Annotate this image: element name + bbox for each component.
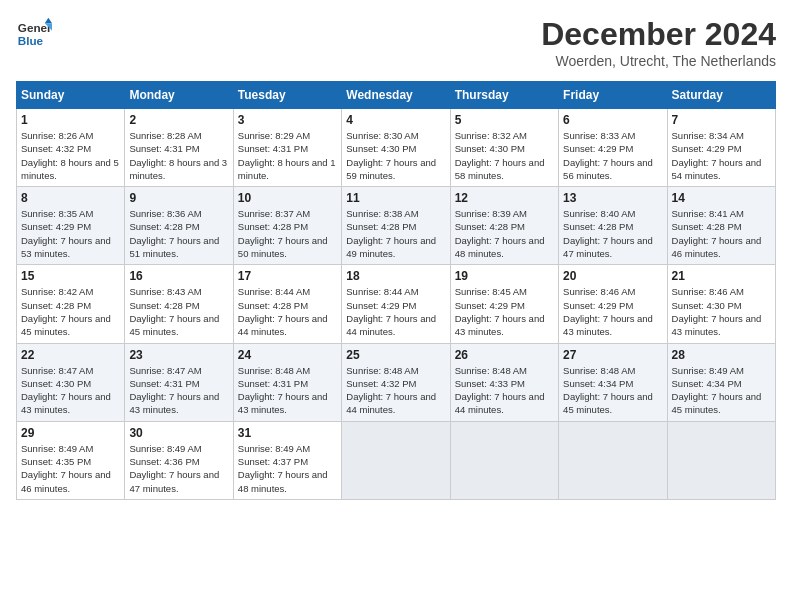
day-number: 26	[455, 348, 554, 362]
day-number: 4	[346, 113, 445, 127]
day-number: 31	[238, 426, 337, 440]
day-number: 9	[129, 191, 228, 205]
day-number: 30	[129, 426, 228, 440]
calendar-week-row: 8Sunrise: 8:35 AMSunset: 4:29 PMDaylight…	[17, 187, 776, 265]
col-header-monday: Monday	[125, 82, 233, 109]
calendar-cell: 4Sunrise: 8:30 AMSunset: 4:30 PMDaylight…	[342, 109, 450, 187]
day-info: Sunrise: 8:28 AMSunset: 4:31 PMDaylight:…	[129, 129, 228, 182]
day-info: Sunrise: 8:39 AMSunset: 4:28 PMDaylight:…	[455, 207, 554, 260]
day-info: Sunrise: 8:45 AMSunset: 4:29 PMDaylight:…	[455, 285, 554, 338]
location: Woerden, Utrecht, The Netherlands	[541, 53, 776, 69]
day-info: Sunrise: 8:33 AMSunset: 4:29 PMDaylight:…	[563, 129, 662, 182]
calendar-cell: 21Sunrise: 8:46 AMSunset: 4:30 PMDayligh…	[667, 265, 775, 343]
day-number: 6	[563, 113, 662, 127]
calendar-header-row: SundayMondayTuesdayWednesdayThursdayFrid…	[17, 82, 776, 109]
calendar-cell	[559, 421, 667, 499]
col-header-sunday: Sunday	[17, 82, 125, 109]
calendar-cell	[342, 421, 450, 499]
day-number: 22	[21, 348, 120, 362]
day-info: Sunrise: 8:47 AMSunset: 4:30 PMDaylight:…	[21, 364, 120, 417]
day-number: 28	[672, 348, 771, 362]
title-block: December 2024 Woerden, Utrecht, The Neth…	[541, 16, 776, 69]
month-title: December 2024	[541, 16, 776, 53]
calendar-cell: 19Sunrise: 8:45 AMSunset: 4:29 PMDayligh…	[450, 265, 558, 343]
calendar-week-row: 1Sunrise: 8:26 AMSunset: 4:32 PMDaylight…	[17, 109, 776, 187]
day-info: Sunrise: 8:48 AMSunset: 4:34 PMDaylight:…	[563, 364, 662, 417]
day-number: 12	[455, 191, 554, 205]
day-info: Sunrise: 8:37 AMSunset: 4:28 PMDaylight:…	[238, 207, 337, 260]
calendar-cell: 30Sunrise: 8:49 AMSunset: 4:36 PMDayligh…	[125, 421, 233, 499]
calendar-cell: 20Sunrise: 8:46 AMSunset: 4:29 PMDayligh…	[559, 265, 667, 343]
calendar-cell: 9Sunrise: 8:36 AMSunset: 4:28 PMDaylight…	[125, 187, 233, 265]
calendar-cell	[450, 421, 558, 499]
day-number: 17	[238, 269, 337, 283]
calendar-cell: 31Sunrise: 8:49 AMSunset: 4:37 PMDayligh…	[233, 421, 341, 499]
calendar-cell	[667, 421, 775, 499]
day-info: Sunrise: 8:48 AMSunset: 4:33 PMDaylight:…	[455, 364, 554, 417]
day-number: 16	[129, 269, 228, 283]
day-info: Sunrise: 8:48 AMSunset: 4:31 PMDaylight:…	[238, 364, 337, 417]
calendar-cell: 26Sunrise: 8:48 AMSunset: 4:33 PMDayligh…	[450, 343, 558, 421]
calendar-cell: 27Sunrise: 8:48 AMSunset: 4:34 PMDayligh…	[559, 343, 667, 421]
day-number: 27	[563, 348, 662, 362]
col-header-thursday: Thursday	[450, 82, 558, 109]
day-number: 8	[21, 191, 120, 205]
day-number: 3	[238, 113, 337, 127]
calendar-week-row: 29Sunrise: 8:49 AMSunset: 4:35 PMDayligh…	[17, 421, 776, 499]
day-number: 14	[672, 191, 771, 205]
calendar-cell: 15Sunrise: 8:42 AMSunset: 4:28 PMDayligh…	[17, 265, 125, 343]
col-header-tuesday: Tuesday	[233, 82, 341, 109]
calendar-week-row: 22Sunrise: 8:47 AMSunset: 4:30 PMDayligh…	[17, 343, 776, 421]
calendar-cell: 12Sunrise: 8:39 AMSunset: 4:28 PMDayligh…	[450, 187, 558, 265]
calendar-cell: 18Sunrise: 8:44 AMSunset: 4:29 PMDayligh…	[342, 265, 450, 343]
day-info: Sunrise: 8:49 AMSunset: 4:34 PMDaylight:…	[672, 364, 771, 417]
calendar-cell: 17Sunrise: 8:44 AMSunset: 4:28 PMDayligh…	[233, 265, 341, 343]
calendar-cell: 6Sunrise: 8:33 AMSunset: 4:29 PMDaylight…	[559, 109, 667, 187]
calendar-week-row: 15Sunrise: 8:42 AMSunset: 4:28 PMDayligh…	[17, 265, 776, 343]
day-info: Sunrise: 8:29 AMSunset: 4:31 PMDaylight:…	[238, 129, 337, 182]
day-number: 5	[455, 113, 554, 127]
calendar-cell: 2Sunrise: 8:28 AMSunset: 4:31 PMDaylight…	[125, 109, 233, 187]
day-info: Sunrise: 8:44 AMSunset: 4:29 PMDaylight:…	[346, 285, 445, 338]
day-number: 19	[455, 269, 554, 283]
calendar-cell: 22Sunrise: 8:47 AMSunset: 4:30 PMDayligh…	[17, 343, 125, 421]
day-info: Sunrise: 8:35 AMSunset: 4:29 PMDaylight:…	[21, 207, 120, 260]
day-number: 7	[672, 113, 771, 127]
calendar-cell: 1Sunrise: 8:26 AMSunset: 4:32 PMDaylight…	[17, 109, 125, 187]
day-number: 10	[238, 191, 337, 205]
calendar-cell: 7Sunrise: 8:34 AMSunset: 4:29 PMDaylight…	[667, 109, 775, 187]
logo-icon: General Blue	[16, 16, 52, 52]
calendar-cell: 8Sunrise: 8:35 AMSunset: 4:29 PMDaylight…	[17, 187, 125, 265]
day-info: Sunrise: 8:30 AMSunset: 4:30 PMDaylight:…	[346, 129, 445, 182]
calendar-cell: 29Sunrise: 8:49 AMSunset: 4:35 PMDayligh…	[17, 421, 125, 499]
day-number: 20	[563, 269, 662, 283]
svg-text:Blue: Blue	[18, 34, 44, 47]
day-info: Sunrise: 8:44 AMSunset: 4:28 PMDaylight:…	[238, 285, 337, 338]
day-info: Sunrise: 8:46 AMSunset: 4:30 PMDaylight:…	[672, 285, 771, 338]
day-number: 13	[563, 191, 662, 205]
day-info: Sunrise: 8:49 AMSunset: 4:37 PMDaylight:…	[238, 442, 337, 495]
day-info: Sunrise: 8:32 AMSunset: 4:30 PMDaylight:…	[455, 129, 554, 182]
calendar-cell: 13Sunrise: 8:40 AMSunset: 4:28 PMDayligh…	[559, 187, 667, 265]
day-number: 2	[129, 113, 228, 127]
day-number: 24	[238, 348, 337, 362]
day-info: Sunrise: 8:34 AMSunset: 4:29 PMDaylight:…	[672, 129, 771, 182]
calendar-cell: 10Sunrise: 8:37 AMSunset: 4:28 PMDayligh…	[233, 187, 341, 265]
calendar-cell: 23Sunrise: 8:47 AMSunset: 4:31 PMDayligh…	[125, 343, 233, 421]
calendar-cell: 11Sunrise: 8:38 AMSunset: 4:28 PMDayligh…	[342, 187, 450, 265]
calendar-cell: 14Sunrise: 8:41 AMSunset: 4:28 PMDayligh…	[667, 187, 775, 265]
day-info: Sunrise: 8:49 AMSunset: 4:35 PMDaylight:…	[21, 442, 120, 495]
day-info: Sunrise: 8:43 AMSunset: 4:28 PMDaylight:…	[129, 285, 228, 338]
day-number: 21	[672, 269, 771, 283]
calendar-table: SundayMondayTuesdayWednesdayThursdayFrid…	[16, 81, 776, 500]
col-header-wednesday: Wednesday	[342, 82, 450, 109]
day-number: 29	[21, 426, 120, 440]
day-number: 1	[21, 113, 120, 127]
calendar-cell: 5Sunrise: 8:32 AMSunset: 4:30 PMDaylight…	[450, 109, 558, 187]
day-info: Sunrise: 8:36 AMSunset: 4:28 PMDaylight:…	[129, 207, 228, 260]
day-info: Sunrise: 8:49 AMSunset: 4:36 PMDaylight:…	[129, 442, 228, 495]
calendar-cell: 24Sunrise: 8:48 AMSunset: 4:31 PMDayligh…	[233, 343, 341, 421]
col-header-saturday: Saturday	[667, 82, 775, 109]
day-info: Sunrise: 8:46 AMSunset: 4:29 PMDaylight:…	[563, 285, 662, 338]
day-info: Sunrise: 8:38 AMSunset: 4:28 PMDaylight:…	[346, 207, 445, 260]
